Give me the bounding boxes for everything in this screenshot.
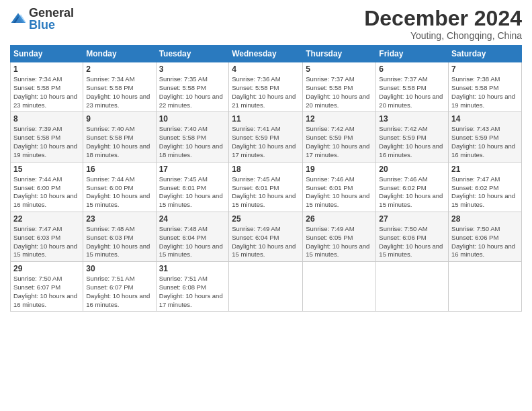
calendar-cell: 2Sunrise: 7:34 AMSunset: 5:58 PMDaylight… [83,62,156,112]
calendar-cell: 26Sunrise: 7:49 AMSunset: 6:05 PMDayligh… [303,212,376,261]
day-info: Sunrise: 7:48 AMSunset: 6:03 PMDaylight:… [86,225,152,259]
day-info: Sunrise: 7:36 AMSunset: 5:58 PMDaylight:… [232,75,300,109]
header: General Blue December 2024 Youting, Chon… [10,7,522,41]
day-info: Sunrise: 7:37 AMSunset: 5:58 PMDaylight:… [306,75,373,109]
day-number: 17 [159,165,226,174]
calendar-cell: 30Sunrise: 7:51 AMSunset: 6:07 PMDayligh… [83,262,156,312]
day-number: 20 [379,165,445,174]
month-title: December 2024 [364,7,522,30]
title-block: December 2024 Youting, Chongqing, China [364,7,522,41]
calendar-cell: 21Sunrise: 7:47 AMSunset: 6:02 PMDayligh… [449,162,522,212]
week-row-4: 22Sunrise: 7:47 AMSunset: 6:03 PMDayligh… [11,212,522,261]
day-number: 4 [232,64,300,74]
header-saturday: Saturday [449,46,522,62]
calendar-cell: 23Sunrise: 7:48 AMSunset: 6:03 PMDayligh… [83,212,156,261]
calendar-cell: 18Sunrise: 7:45 AMSunset: 6:01 PMDayligh… [229,162,303,212]
day-number: 16 [86,165,152,174]
day-info: Sunrise: 7:46 AMSunset: 6:02 PMDaylight:… [379,175,445,210]
calendar-cell: 31Sunrise: 7:51 AMSunset: 6:08 PMDayligh… [156,262,229,312]
calendar-cell: 4Sunrise: 7:36 AMSunset: 5:58 PMDaylight… [229,62,303,112]
calendar-cell: 10Sunrise: 7:40 AMSunset: 5:58 PMDayligh… [156,112,229,162]
calendar-cell: 29Sunrise: 7:50 AMSunset: 6:07 PMDayligh… [11,262,83,312]
logo-general: General [29,6,74,19]
calendar-cell: 14Sunrise: 7:43 AMSunset: 5:59 PMDayligh… [449,112,522,162]
day-number: 10 [159,114,226,124]
day-info: Sunrise: 7:39 AMSunset: 5:58 PMDaylight:… [13,125,80,159]
calendar-cell: 16Sunrise: 7:44 AMSunset: 6:00 PMDayligh… [83,162,156,212]
calendar-cell: 28Sunrise: 7:50 AMSunset: 6:06 PMDayligh… [449,212,522,261]
calendar-cell: 15Sunrise: 7:44 AMSunset: 6:00 PMDayligh… [11,162,83,212]
calendar-cell: 19Sunrise: 7:46 AMSunset: 6:01 PMDayligh… [303,162,376,212]
week-row-1: 1Sunrise: 7:34 AMSunset: 5:58 PMDaylight… [11,62,522,112]
day-number: 31 [159,264,226,273]
day-number: 28 [451,214,519,224]
day-info: Sunrise: 7:45 AMSunset: 6:01 PMDaylight:… [159,175,226,210]
day-number: 14 [451,114,519,124]
calendar-table: Sunday Monday Tuesday Wednesday Thursday… [10,45,522,312]
day-info: Sunrise: 7:43 AMSunset: 5:59 PMDaylight:… [451,125,519,159]
calendar-cell: 12Sunrise: 7:42 AMSunset: 5:59 PMDayligh… [303,112,376,162]
header-sunday: Sunday [11,46,83,62]
day-number: 26 [306,214,373,224]
calendar-cell: 22Sunrise: 7:47 AMSunset: 6:03 PMDayligh… [11,212,83,261]
day-number: 1 [13,64,80,74]
day-info: Sunrise: 7:34 AMSunset: 5:58 PMDaylight:… [86,75,152,109]
day-info: Sunrise: 7:35 AMSunset: 5:58 PMDaylight:… [159,75,226,109]
week-row-5: 29Sunrise: 7:50 AMSunset: 6:07 PMDayligh… [11,262,522,312]
location: Youting, Chongqing, China [364,30,522,41]
day-info: Sunrise: 7:44 AMSunset: 6:00 PMDaylight:… [86,175,152,210]
day-number: 15 [13,165,80,174]
day-info: Sunrise: 7:37 AMSunset: 5:58 PMDaylight:… [379,75,445,109]
calendar-cell: 3Sunrise: 7:35 AMSunset: 5:58 PMDaylight… [156,62,229,112]
day-info: Sunrise: 7:49 AMSunset: 6:04 PMDaylight:… [232,225,300,259]
day-number: 24 [159,214,226,224]
logo-text: General Blue [29,7,74,31]
day-info: Sunrise: 7:45 AMSunset: 6:01 PMDaylight:… [232,175,300,210]
day-number: 18 [232,165,300,174]
day-number: 19 [306,165,373,174]
day-info: Sunrise: 7:46 AMSunset: 6:01 PMDaylight:… [306,175,373,210]
week-row-3: 15Sunrise: 7:44 AMSunset: 6:00 PMDayligh… [11,162,522,212]
calendar-cell: 6Sunrise: 7:37 AMSunset: 5:58 PMDaylight… [376,62,449,112]
calendar-cell [303,262,376,312]
day-number: 9 [86,114,152,124]
header-wednesday: Wednesday [229,46,303,62]
calendar-cell: 5Sunrise: 7:37 AMSunset: 5:58 PMDaylight… [303,62,376,112]
day-info: Sunrise: 7:50 AMSunset: 6:06 PMDaylight:… [379,225,445,259]
header-friday: Friday [376,46,449,62]
calendar-cell: 9Sunrise: 7:40 AMSunset: 5:58 PMDaylight… [83,112,156,162]
logo-blue: Blue [29,18,55,32]
day-info: Sunrise: 7:50 AMSunset: 6:07 PMDaylight:… [13,275,80,309]
day-info: Sunrise: 7:41 AMSunset: 5:59 PMDaylight:… [232,125,300,159]
day-number: 29 [13,264,80,273]
calendar-cell: 17Sunrise: 7:45 AMSunset: 6:01 PMDayligh… [156,162,229,212]
day-info: Sunrise: 7:51 AMSunset: 6:08 PMDaylight:… [159,275,226,309]
day-number: 21 [451,165,519,174]
calendar-cell: 20Sunrise: 7:46 AMSunset: 6:02 PMDayligh… [376,162,449,212]
day-info: Sunrise: 7:38 AMSunset: 5:58 PMDaylight:… [451,75,519,109]
logo: General Blue [10,7,74,31]
logo-icon [10,12,26,26]
calendar-cell: 1Sunrise: 7:34 AMSunset: 5:58 PMDaylight… [11,62,83,112]
day-number: 27 [379,214,445,224]
day-number: 25 [232,214,300,224]
calendar-cell: 11Sunrise: 7:41 AMSunset: 5:59 PMDayligh… [229,112,303,162]
day-info: Sunrise: 7:42 AMSunset: 5:59 PMDaylight:… [379,125,445,159]
header-monday: Monday [83,46,156,62]
day-number: 11 [232,114,300,124]
calendar-cell: 7Sunrise: 7:38 AMSunset: 5:58 PMDaylight… [449,62,522,112]
day-info: Sunrise: 7:51 AMSunset: 6:07 PMDaylight:… [86,275,152,309]
weekday-header-row: Sunday Monday Tuesday Wednesday Thursday… [11,46,522,62]
day-info: Sunrise: 7:40 AMSunset: 5:58 PMDaylight:… [86,125,152,159]
day-info: Sunrise: 7:50 AMSunset: 6:06 PMDaylight:… [451,225,519,259]
calendar-cell: 25Sunrise: 7:49 AMSunset: 6:04 PMDayligh… [229,212,303,261]
day-info: Sunrise: 7:47 AMSunset: 6:03 PMDaylight:… [13,225,80,259]
week-row-2: 8Sunrise: 7:39 AMSunset: 5:58 PMDaylight… [11,112,522,162]
day-number: 5 [306,64,373,74]
day-number: 6 [379,64,445,74]
calendar-cell: 27Sunrise: 7:50 AMSunset: 6:06 PMDayligh… [376,212,449,261]
day-info: Sunrise: 7:42 AMSunset: 5:59 PMDaylight:… [306,125,373,159]
day-info: Sunrise: 7:44 AMSunset: 6:00 PMDaylight:… [13,175,80,210]
day-number: 13 [379,114,445,124]
day-number: 30 [86,264,152,273]
